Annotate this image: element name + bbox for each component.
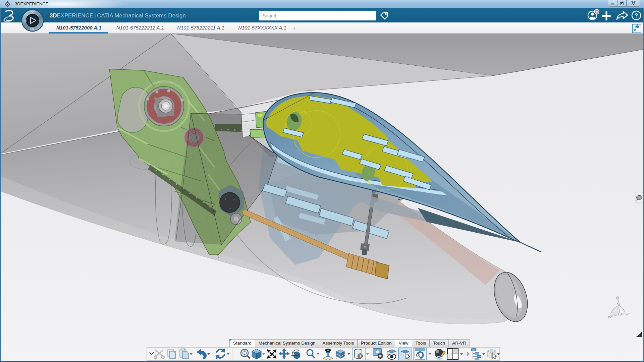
svg-text:i²: i² (39, 19, 40, 22)
svg-text:x: x (608, 315, 609, 318)
svg-text:V.R: V.R (30, 28, 34, 30)
svg-text:?: ? (635, 12, 638, 19)
svg-text:z: z (617, 301, 619, 305)
svg-text:3D: 3D (24, 19, 27, 22)
svg-text:y: y (626, 313, 628, 316)
